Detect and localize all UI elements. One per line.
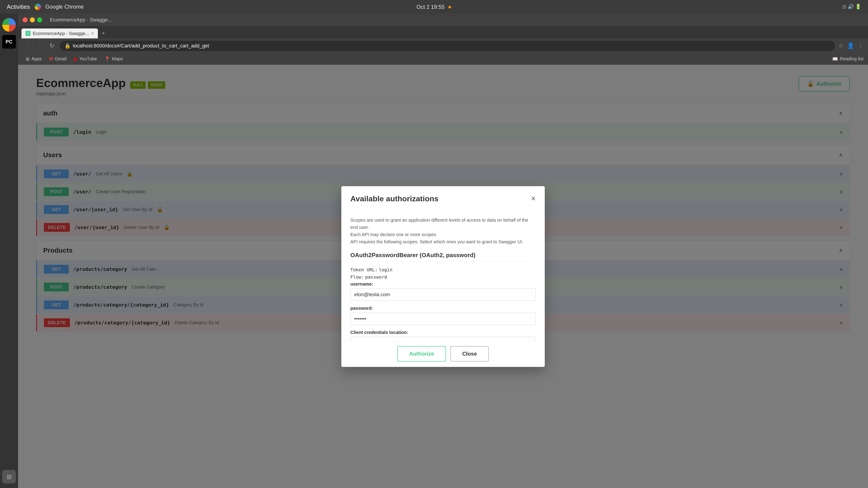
bookmark-maps[interactable]: 📍 Maps [101,55,126,63]
nav-bar: ‹ › ↻ 🔒 localhost:8000/docs#/Cart/add_pr… [18,38,868,53]
modal-close-btn[interactable]: × [531,195,536,203]
reload-btn[interactable]: ↻ [48,41,57,51]
bookmark-apps[interactable]: ⊞ Apps [23,55,45,63]
modal-desc-line3: API requires the following scopes. Selec… [350,238,536,246]
modal-description: Scopes are used to grant an application … [350,217,536,246]
youtube-icon: ▶ [74,56,78,62]
browser-titlebar: EcommerceApp - Swagge... [18,13,868,26]
chrome-icon [35,4,41,10]
apps-icon: ⊞ [26,56,30,62]
menu-icon[interactable]: ⋮ [858,42,864,49]
window-controls [23,18,42,22]
bookmark-youtube[interactable]: ▶ YouTube [71,55,100,63]
auth-section-title: OAuth2PasswordBearer (OAuth2, password) [350,252,536,262]
flow-row: Flow: password [350,274,536,280]
active-tab[interactable]: S EcommerceApp - Swagge... × [22,29,98,38]
modal-desc-line2: Each API may declare one or more scopes. [350,231,536,238]
username-label: username: [350,282,536,287]
gmail-icon: M [49,56,53,61]
modal-authorize-btn[interactable]: Authorize [397,346,446,361]
auth-modal: Available authorizations × Scopes are us… [341,186,545,367]
address-bar[interactable]: 🔒 localhost:8000/docs#/Cart/add_product_… [60,41,835,51]
forward-btn[interactable]: › [35,41,44,51]
sys-tray: ⊟ 🔊 🔋 [842,4,861,10]
os-app-name: Google Chrome [45,4,84,10]
apps-label: Apps [31,56,42,61]
dock-chrome[interactable] [2,18,16,32]
modal-overlay[interactable]: Available authorizations × Scopes are us… [18,65,868,488]
activities-label[interactable]: Activities [7,3,30,10]
modal-desc-line1: Scopes are used to grant an application … [350,217,536,231]
password-label: password: [350,306,536,311]
dock-pycharm[interactable]: PC [2,35,16,48]
bookmarks-bar: ⊞ Apps M Gmail ▶ YouTube 📍 Maps 📖 Readin… [18,53,868,65]
tab-bar: S EcommerceApp - Swagge... × + [18,26,868,38]
client-credentials-label: Client credentials location: [350,330,536,335]
modal-title: Available authorizations [350,194,438,203]
modal-header: Available authorizations × [341,186,545,210]
browser: EcommerceApp - Swagge... S EcommerceApp … [18,13,868,488]
url-text: localhost:8000/docs#/Cart/add_product_to… [73,43,209,49]
client-credentials-row: Client credentials location: Authorizati… [350,330,536,340]
client-credentials-select[interactable]: Authorization header Request body [350,337,536,340]
indicator: ● [448,3,452,10]
username-row: username: [350,282,536,301]
maps-icon: 📍 [104,56,110,62]
bookmark-gmail[interactable]: M Gmail [46,55,70,63]
reading-list-label: Reading list [840,56,864,61]
profile-icon[interactable]: 👤 [847,42,854,49]
nav-actions: ☆ 👤 ⋮ [838,42,864,49]
back-btn[interactable]: ‹ [23,41,32,51]
reading-list[interactable]: 📖 Reading list [832,56,864,62]
tab-favicon: S [26,31,31,36]
window-minimize[interactable] [30,18,35,22]
token-url-value: login [379,267,393,272]
token-url-label: Token URL: [350,267,377,272]
bookmark-star-icon[interactable]: ☆ [838,42,844,49]
username-input[interactable] [350,289,536,301]
flow-value: password [365,274,387,280]
window-maximize[interactable] [37,18,42,22]
reading-list-icon: 📖 [832,56,838,62]
datetime: Oct 2 19:55 [416,4,444,10]
os-topbar: Activities Google Chrome Oct 2 19:55 ● ⊟… [0,0,868,13]
dock-grid[interactable]: ⊞ [2,470,16,484]
modal-close-button[interactable]: Close [451,346,489,361]
tab-close-btn[interactable]: × [91,31,94,36]
dock: PC ⊞ [0,13,18,488]
modal-footer: Authorize Close [341,340,545,367]
modal-body: Scopes are used to grant an application … [341,210,545,340]
browser-title: EcommerceApp - Swagge... [50,17,112,23]
new-tab-btn[interactable]: + [99,29,108,37]
youtube-label: YouTube [79,56,97,61]
flow-label: Flow: [350,274,364,280]
password-input[interactable] [350,313,536,325]
maps-label: Maps [112,56,123,61]
password-row: password: [350,306,536,325]
lock-icon: 🔒 [64,43,70,49]
window-close[interactable] [23,18,28,22]
page-content: EcommerceApp 0.0.1 OAS3 /openapi.json 🔓 … [18,65,868,488]
gmail-label: Gmail [55,56,66,61]
tab-label: EcommerceApp - Swagge... [33,31,89,36]
token-url-row: Token URL: login [350,267,536,272]
